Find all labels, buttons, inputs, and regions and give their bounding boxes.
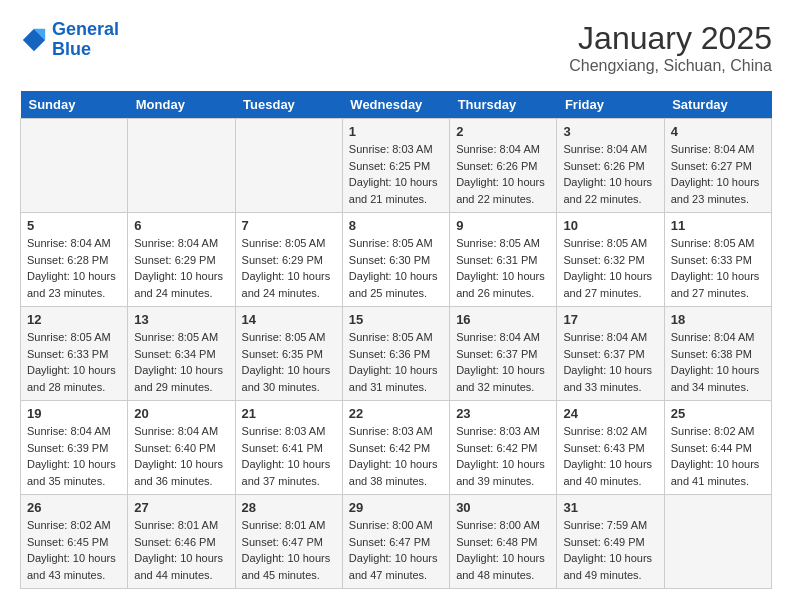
day-info: Sunrise: 8:01 AMSunset: 6:47 PMDaylight:… [242, 517, 336, 583]
calendar-cell: 21Sunrise: 8:03 AMSunset: 6:41 PMDayligh… [235, 401, 342, 495]
calendar-cell: 11Sunrise: 8:05 AMSunset: 6:33 PMDayligh… [664, 213, 771, 307]
calendar-cell [664, 495, 771, 589]
day-info: Sunrise: 8:05 AMSunset: 6:33 PMDaylight:… [671, 235, 765, 301]
day-number: 17 [563, 312, 657, 327]
calendar-cell: 20Sunrise: 8:04 AMSunset: 6:40 PMDayligh… [128, 401, 235, 495]
day-header-wednesday: Wednesday [342, 91, 449, 119]
calendar-cell: 14Sunrise: 8:05 AMSunset: 6:35 PMDayligh… [235, 307, 342, 401]
calendar-cell: 8Sunrise: 8:05 AMSunset: 6:30 PMDaylight… [342, 213, 449, 307]
day-header-monday: Monday [128, 91, 235, 119]
day-info: Sunrise: 8:04 AMSunset: 6:37 PMDaylight:… [563, 329, 657, 395]
week-row-4: 19Sunrise: 8:04 AMSunset: 6:39 PMDayligh… [21, 401, 772, 495]
logo-text: General Blue [52, 20, 119, 60]
calendar-cell: 25Sunrise: 8:02 AMSunset: 6:44 PMDayligh… [664, 401, 771, 495]
day-info: Sunrise: 7:59 AMSunset: 6:49 PMDaylight:… [563, 517, 657, 583]
day-number: 20 [134, 406, 228, 421]
calendar-cell: 29Sunrise: 8:00 AMSunset: 6:47 PMDayligh… [342, 495, 449, 589]
day-info: Sunrise: 8:04 AMSunset: 6:26 PMDaylight:… [563, 141, 657, 207]
day-number: 27 [134, 500, 228, 515]
day-number: 15 [349, 312, 443, 327]
logo: General Blue [20, 20, 119, 60]
day-info: Sunrise: 8:03 AMSunset: 6:42 PMDaylight:… [456, 423, 550, 489]
day-info: Sunrise: 8:05 AMSunset: 6:36 PMDaylight:… [349, 329, 443, 395]
calendar-cell [235, 119, 342, 213]
week-row-2: 5Sunrise: 8:04 AMSunset: 6:28 PMDaylight… [21, 213, 772, 307]
calendar-cell: 17Sunrise: 8:04 AMSunset: 6:37 PMDayligh… [557, 307, 664, 401]
calendar-cell: 12Sunrise: 8:05 AMSunset: 6:33 PMDayligh… [21, 307, 128, 401]
day-number: 7 [242, 218, 336, 233]
day-number: 21 [242, 406, 336, 421]
day-number: 16 [456, 312, 550, 327]
day-number: 30 [456, 500, 550, 515]
day-number: 14 [242, 312, 336, 327]
logo-line2: Blue [52, 39, 91, 59]
calendar-cell: 4Sunrise: 8:04 AMSunset: 6:27 PMDaylight… [664, 119, 771, 213]
day-info: Sunrise: 8:04 AMSunset: 6:38 PMDaylight:… [671, 329, 765, 395]
day-info: Sunrise: 8:05 AMSunset: 6:35 PMDaylight:… [242, 329, 336, 395]
day-info: Sunrise: 8:05 AMSunset: 6:31 PMDaylight:… [456, 235, 550, 301]
day-number: 19 [27, 406, 121, 421]
calendar-cell: 30Sunrise: 8:00 AMSunset: 6:48 PMDayligh… [450, 495, 557, 589]
calendar-table: SundayMondayTuesdayWednesdayThursdayFrid… [20, 91, 772, 589]
calendar-cell: 6Sunrise: 8:04 AMSunset: 6:29 PMDaylight… [128, 213, 235, 307]
day-number: 28 [242, 500, 336, 515]
calendar-cell [21, 119, 128, 213]
calendar-cell: 1Sunrise: 8:03 AMSunset: 6:25 PMDaylight… [342, 119, 449, 213]
calendar-cell: 2Sunrise: 8:04 AMSunset: 6:26 PMDaylight… [450, 119, 557, 213]
day-info: Sunrise: 8:04 AMSunset: 6:27 PMDaylight:… [671, 141, 765, 207]
calendar-cell: 10Sunrise: 8:05 AMSunset: 6:32 PMDayligh… [557, 213, 664, 307]
day-info: Sunrise: 8:00 AMSunset: 6:48 PMDaylight:… [456, 517, 550, 583]
week-row-1: 1Sunrise: 8:03 AMSunset: 6:25 PMDaylight… [21, 119, 772, 213]
calendar-cell: 3Sunrise: 8:04 AMSunset: 6:26 PMDaylight… [557, 119, 664, 213]
day-number: 5 [27, 218, 121, 233]
calendar-cell: 18Sunrise: 8:04 AMSunset: 6:38 PMDayligh… [664, 307, 771, 401]
day-number: 25 [671, 406, 765, 421]
day-info: Sunrise: 8:05 AMSunset: 6:32 PMDaylight:… [563, 235, 657, 301]
day-info: Sunrise: 8:04 AMSunset: 6:39 PMDaylight:… [27, 423, 121, 489]
calendar-cell: 26Sunrise: 8:02 AMSunset: 6:45 PMDayligh… [21, 495, 128, 589]
calendar-subtitle: Chengxiang, Sichuan, China [569, 57, 772, 75]
day-number: 10 [563, 218, 657, 233]
calendar-cell: 16Sunrise: 8:04 AMSunset: 6:37 PMDayligh… [450, 307, 557, 401]
day-info: Sunrise: 8:04 AMSunset: 6:28 PMDaylight:… [27, 235, 121, 301]
day-info: Sunrise: 8:05 AMSunset: 6:33 PMDaylight:… [27, 329, 121, 395]
day-info: Sunrise: 8:04 AMSunset: 6:37 PMDaylight:… [456, 329, 550, 395]
day-info: Sunrise: 8:03 AMSunset: 6:41 PMDaylight:… [242, 423, 336, 489]
day-number: 22 [349, 406, 443, 421]
calendar-cell: 9Sunrise: 8:05 AMSunset: 6:31 PMDaylight… [450, 213, 557, 307]
day-number: 1 [349, 124, 443, 139]
calendar-cell: 7Sunrise: 8:05 AMSunset: 6:29 PMDaylight… [235, 213, 342, 307]
day-info: Sunrise: 8:05 AMSunset: 6:30 PMDaylight:… [349, 235, 443, 301]
day-info: Sunrise: 8:05 AMSunset: 6:34 PMDaylight:… [134, 329, 228, 395]
page-header: General Blue January 2025 Chengxiang, Si… [20, 20, 772, 75]
day-info: Sunrise: 8:02 AMSunset: 6:45 PMDaylight:… [27, 517, 121, 583]
day-info: Sunrise: 8:04 AMSunset: 6:40 PMDaylight:… [134, 423, 228, 489]
week-row-5: 26Sunrise: 8:02 AMSunset: 6:45 PMDayligh… [21, 495, 772, 589]
calendar-cell: 19Sunrise: 8:04 AMSunset: 6:39 PMDayligh… [21, 401, 128, 495]
logo-line1: General [52, 19, 119, 39]
day-info: Sunrise: 8:01 AMSunset: 6:46 PMDaylight:… [134, 517, 228, 583]
day-number: 4 [671, 124, 765, 139]
day-number: 2 [456, 124, 550, 139]
calendar-cell: 13Sunrise: 8:05 AMSunset: 6:34 PMDayligh… [128, 307, 235, 401]
day-info: Sunrise: 8:04 AMSunset: 6:26 PMDaylight:… [456, 141, 550, 207]
day-number: 23 [456, 406, 550, 421]
day-number: 31 [563, 500, 657, 515]
title-block: January 2025 Chengxiang, Sichuan, China [569, 20, 772, 75]
calendar-title: January 2025 [569, 20, 772, 57]
calendar-cell: 31Sunrise: 7:59 AMSunset: 6:49 PMDayligh… [557, 495, 664, 589]
day-number: 24 [563, 406, 657, 421]
calendar-cell: 27Sunrise: 8:01 AMSunset: 6:46 PMDayligh… [128, 495, 235, 589]
calendar-cell: 28Sunrise: 8:01 AMSunset: 6:47 PMDayligh… [235, 495, 342, 589]
calendar-cell: 5Sunrise: 8:04 AMSunset: 6:28 PMDaylight… [21, 213, 128, 307]
week-row-3: 12Sunrise: 8:05 AMSunset: 6:33 PMDayligh… [21, 307, 772, 401]
day-number: 9 [456, 218, 550, 233]
day-number: 26 [27, 500, 121, 515]
calendar-cell: 15Sunrise: 8:05 AMSunset: 6:36 PMDayligh… [342, 307, 449, 401]
day-info: Sunrise: 8:02 AMSunset: 6:43 PMDaylight:… [563, 423, 657, 489]
calendar-cell: 24Sunrise: 8:02 AMSunset: 6:43 PMDayligh… [557, 401, 664, 495]
day-info: Sunrise: 8:04 AMSunset: 6:29 PMDaylight:… [134, 235, 228, 301]
calendar-cell [128, 119, 235, 213]
day-info: Sunrise: 8:03 AMSunset: 6:42 PMDaylight:… [349, 423, 443, 489]
day-number: 12 [27, 312, 121, 327]
